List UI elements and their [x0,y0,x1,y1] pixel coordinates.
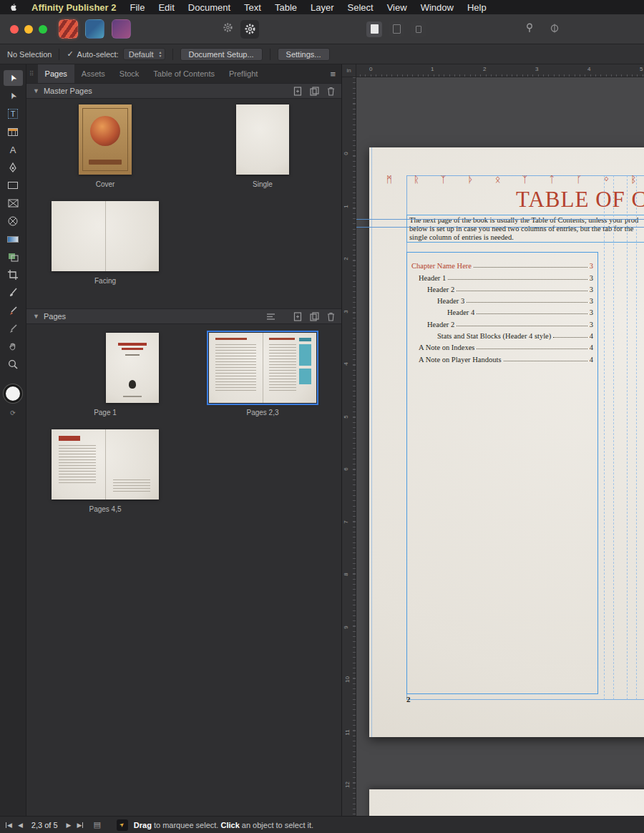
divider [172,49,173,60]
trash-icon[interactable] [327,312,335,321]
gradient-tool[interactable] [4,231,23,247]
artistic-text-tool[interactable]: A [4,142,23,157]
table-tool[interactable] [4,124,23,140]
document-canvas[interactable]: in 0 1 2 3 4 5 0 1 2 3 4 5 6 7 8 9 10 11… [342,64,644,816]
snapping-icon[interactable] [550,23,560,36]
toc-entry: Header 23 [410,282,593,293]
menu-help[interactable]: Help [467,2,487,13]
cursor-hint-icon: ➤ [117,819,128,831]
crop-tool[interactable] [4,267,23,283]
page-spread-4-5[interactable] [369,789,644,816]
hand-tool[interactable] [4,338,23,354]
document-setup-button[interactable]: Document Setup... [180,48,263,61]
pages-list-icon[interactable]: ▤ [93,820,100,829]
master-pages-title: Master Pages [44,87,92,95]
duplicate-page-icon[interactable] [310,312,319,321]
minimize-window-button[interactable] [24,25,33,34]
toolbar-right-icons [525,23,560,36]
intro-line-1: The next page of the book is usually the… [409,216,644,225]
menu-edit[interactable]: Edit [158,2,174,13]
add-master-page-icon[interactable] [293,87,302,96]
ruler-unit[interactable]: in [342,64,356,77]
move-tool[interactable]: ➤ [4,70,23,86]
auto-select-dropdown[interactable]: Default ▲▼ [123,48,165,60]
tab-stock[interactable]: Stock [112,64,147,83]
horizontal-guide[interactable] [356,219,644,220]
status-bar: ◀ ◀ 2,3 of 5 ▶ ▶ ▤ ➤ Drag to marquee sel… [0,816,644,833]
toc-text-frame[interactable]: Chapter Name Here3 Header 13 Header 23 H… [406,252,598,694]
frame-text-tool[interactable]: T [4,106,23,122]
page-spread-2-3[interactable]: ᛗ ᚱ ᛉ ᚦ ᛟ ᛉ ᛏ ᚴ ᛜ ᛒ ᚤ ᛆ ᛉ ᚦ TABLE OF CON… [369,147,644,737]
page-item: Page 1 [106,333,159,416]
duplicate-master-icon[interactable] [310,87,319,96]
horizontal-ruler: 0 1 2 3 4 5 [356,64,644,77]
auto-select-checkbox[interactable]: ✓ [67,49,73,59]
designer-persona-icon[interactable] [85,19,104,39]
first-page-button[interactable]: ◀ [6,822,12,829]
multi-page-view-icon[interactable] [411,21,426,37]
page-indicator[interactable]: 2,3 of 5 [31,821,58,829]
tab-pages[interactable]: Pages [38,64,74,83]
ellipse-picture-frame-tool[interactable] [4,213,23,229]
pages-2-3-thumbnail[interactable] [209,333,316,403]
colour-picker-tool[interactable] [4,303,23,318]
menu-document[interactable]: Document [188,2,230,13]
preferences-gear-icon[interactable] [223,22,233,36]
previous-page-button[interactable]: ◀ [18,822,23,829]
pasteboard[interactable]: ᛗ ᚱ ᛉ ᚦ ᛟ ᛉ ᛏ ᚴ ᛜ ᛒ ᚤ ᛆ ᛉ ᚦ TABLE OF CON… [356,77,644,816]
page-1-thumbnail[interactable] [106,333,159,403]
transparency-tool[interactable] [4,249,23,265]
zoom-tool[interactable] [4,356,23,372]
menu-file[interactable]: File [130,2,145,13]
collapse-chevron-icon[interactable]: ▼ [33,313,39,320]
publisher-persona-icon[interactable] [59,19,78,39]
zoom-window-button[interactable] [39,25,47,34]
menu-table[interactable]: Table [275,2,297,13]
swap-colours-icon[interactable]: ⟳ [10,409,16,416]
menu-window[interactable]: Window [421,2,454,13]
menu-view[interactable]: View [387,2,407,13]
pages-4-5-thumbnail[interactable] [52,429,159,500]
document-heading[interactable]: TABLE OF CONTENTS [516,187,644,213]
style-picker-tool[interactable] [4,321,23,336]
horizontal-guide[interactable] [356,227,644,228]
last-page-button[interactable]: ▶ [77,822,83,829]
master-page-item: Facing [52,201,159,285]
pin-icon[interactable] [525,23,534,36]
pages-header: ▼ Pages [26,308,341,324]
settings-button[interactable]: Settings... [278,48,330,61]
fill-colour-swatch[interactable] [4,384,22,403]
node-tool[interactable]: ➤ [4,88,23,104]
master-page-label: Cover [96,180,115,188]
pen-tool[interactable] [4,160,23,175]
menu-text[interactable]: Text [244,2,261,13]
next-page-button[interactable]: ▶ [67,822,72,829]
add-page-icon[interactable] [293,312,302,321]
apple-menu-icon[interactable] [9,3,18,12]
single-page-view-icon[interactable] [366,21,382,37]
rectangle-tool[interactable] [4,177,23,193]
master-facing-thumbnail[interactable] [52,201,159,271]
collapse-chevron-icon[interactable]: ▼ [33,87,39,94]
tab-preflight[interactable]: Preflight [222,64,265,83]
master-single-thumbnail[interactable] [236,104,289,175]
settings-group [223,20,259,39]
panel-menu-icon[interactable]: ≡ [330,69,336,79]
vector-brush-tool[interactable] [4,285,23,301]
rect-picture-frame-tool[interactable] [4,195,23,211]
view-options-icon[interactable] [266,313,275,321]
photo-persona-icon[interactable] [112,19,131,39]
close-window-button[interactable] [10,25,19,34]
document-settings-gear-icon[interactable] [240,20,259,39]
spread-view-icon[interactable] [389,21,404,37]
toc-entry: A Note on Player Handouts4 [410,351,593,363]
master-cover-thumbnail[interactable] [79,104,132,175]
panel-grip-icon[interactable]: ⠿ [29,70,35,77]
tab-assets[interactable]: Assets [74,64,112,83]
tab-table-of-contents[interactable]: Table of Contents [146,64,222,83]
menu-select[interactable]: Select [348,2,374,13]
menu-layer[interactable]: Layer [311,2,334,13]
master-page-item: Cover [79,104,132,188]
app-menu[interactable]: Affinity Publisher 2 [31,2,116,13]
trash-icon[interactable] [327,87,335,96]
